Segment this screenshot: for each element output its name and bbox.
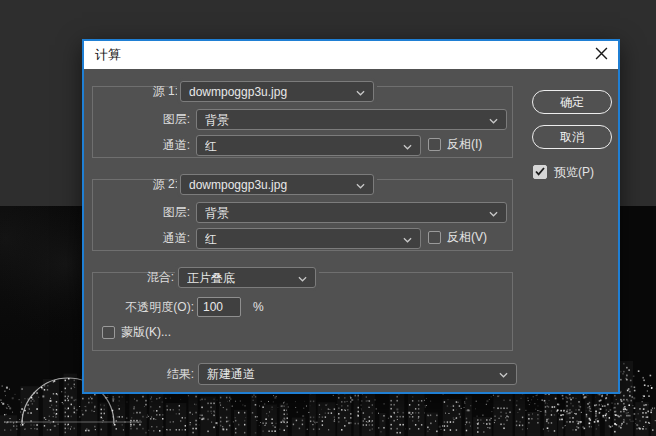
close-button[interactable]	[584, 41, 618, 69]
source1-invert-checkbox[interactable]	[428, 138, 441, 151]
source2-channel-label: 通道:	[156, 231, 190, 246]
dialog-titlebar[interactable]: 计算	[84, 41, 618, 69]
source1-label: 源 1:	[130, 84, 178, 99]
source2-layer-dropdown[interactable]: 背景	[196, 202, 507, 223]
opacity-input[interactable]	[197, 297, 241, 317]
source2-channel-value: 红	[205, 232, 397, 246]
result-dropdown[interactable]: 新建通道	[198, 363, 517, 385]
cancel-button[interactable]: 取消	[532, 125, 612, 149]
mask-checkbox[interactable]	[102, 326, 115, 339]
preview-checkbox[interactable]	[533, 165, 547, 179]
blend-label: 混合:	[124, 270, 174, 285]
chevron-down-icon	[483, 206, 498, 220]
dialog-content: 源 1: dowmpoggp3u.jpg 图层: 背景 通道: 红 反相(I) …	[84, 69, 618, 392]
dialog-title: 计算	[95, 46, 121, 64]
chevron-down-icon	[292, 271, 307, 285]
chevron-down-icon	[493, 367, 508, 381]
result-label: 结果:	[134, 367, 194, 382]
source1-file-value: dowmpoggp3u.jpg	[189, 85, 350, 99]
source1-channel-dropdown[interactable]: 红	[196, 135, 421, 156]
chevron-down-icon	[350, 178, 365, 192]
source2-file-value: dowmpoggp3u.jpg	[189, 178, 350, 192]
opacity-unit: %	[253, 300, 264, 315]
check-icon	[535, 165, 545, 179]
chevron-down-icon	[397, 232, 412, 246]
source2-invert-checkbox[interactable]	[428, 231, 441, 244]
source1-channel-value: 红	[205, 139, 397, 153]
source2-invert-label[interactable]: 反相(V)	[447, 230, 487, 245]
source2-file-dropdown[interactable]: dowmpoggp3u.jpg	[180, 174, 374, 195]
preview-label[interactable]: 预览(P)	[554, 165, 594, 180]
source1-file-dropdown[interactable]: dowmpoggp3u.jpg	[180, 81, 374, 102]
opacity-label: 不透明度(O):	[102, 300, 194, 315]
calculations-dialog: 计算 源 1: dowmpoggp3u.jpg 图层: 背景 通道: 红	[82, 39, 620, 394]
chevron-down-icon	[350, 85, 365, 99]
ok-button[interactable]: 确定	[532, 90, 612, 114]
source2-label: 源 2:	[130, 177, 178, 192]
source1-channel-label: 通道:	[156, 138, 190, 153]
source1-invert-label[interactable]: 反相(I)	[447, 137, 482, 152]
result-value: 新建通道	[207, 367, 493, 381]
source1-layer-label: 图层:	[156, 112, 190, 127]
close-icon	[595, 47, 608, 63]
blend-mode-dropdown[interactable]: 正片叠底	[178, 267, 316, 288]
source2-layer-value: 背景	[205, 206, 483, 220]
blend-mode-value: 正片叠底	[187, 271, 292, 285]
chevron-down-icon	[483, 113, 498, 127]
mask-label[interactable]: 蒙版(K)...	[121, 325, 171, 340]
source1-layer-dropdown[interactable]: 背景	[196, 109, 507, 130]
photoshop-workspace: 计算 源 1: dowmpoggp3u.jpg 图层: 背景 通道: 红	[0, 0, 656, 436]
source2-layer-label: 图层:	[156, 205, 190, 220]
chevron-down-icon	[397, 139, 412, 153]
source1-layer-value: 背景	[205, 113, 483, 127]
source2-channel-dropdown[interactable]: 红	[196, 228, 421, 249]
